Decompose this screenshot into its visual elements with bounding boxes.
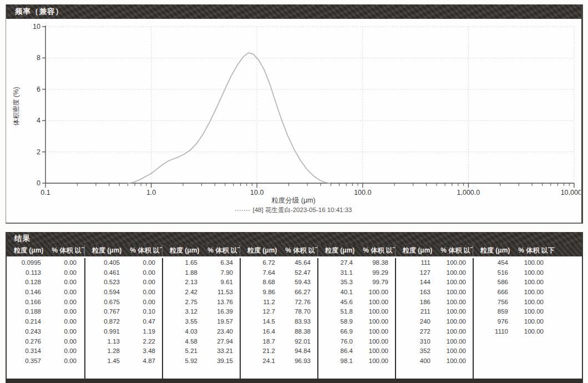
results-header-group: 粒度 (μm)% 体积 以下 — [395, 245, 473, 256]
size-cell: 127 — [396, 268, 432, 278]
results-panel-title: 结果 — [7, 232, 582, 245]
pct-cell: 100.00 — [432, 298, 470, 308]
frequency-curve — [128, 53, 330, 183]
size-cell: 0.523 — [85, 278, 121, 288]
y-axis-title: 体积密度 (%) — [12, 73, 21, 140]
table-row: 0.3570.00 — [7, 356, 84, 366]
pct-cell: 98.38 — [354, 258, 393, 268]
pct-cell: 0.00 — [42, 278, 81, 288]
table-row: 2.4211.53 — [163, 288, 240, 298]
pct-cell: 52.47 — [276, 268, 315, 278]
table-row: 86.4100.00 — [318, 346, 395, 356]
results-header-group: 粒度 (μm)% 体积 以下 — [240, 245, 317, 256]
table-row: 144100.00 — [396, 278, 473, 288]
table-row: 35.399.79 — [318, 278, 395, 288]
x-tick-label: 10.0 — [250, 189, 263, 195]
size-cell: 144 — [396, 278, 432, 288]
table-row: 2.139.61 — [163, 278, 240, 288]
table-row: 0.5940.00 — [85, 288, 162, 298]
pct-cell: 0.00 — [121, 298, 160, 308]
size-cell: 14.5 — [241, 317, 276, 327]
results-column-group: 6.7245.647.6452.478.6859.439.8666.2711.2… — [240, 258, 317, 379]
pct-cell: 0.00 — [42, 356, 81, 366]
x-tick-label: 0.1 — [40, 189, 50, 195]
size-cell: 0.243 — [7, 327, 42, 337]
pct-cell: 100.00 — [432, 288, 470, 298]
table-row: 11.272.76 — [241, 298, 317, 308]
table-row: 400100.00 — [396, 356, 473, 366]
y-tick-label: 10 — [33, 23, 40, 31]
size-cell: 586 — [474, 278, 509, 288]
table-row: 5.9239.15 — [163, 356, 240, 366]
size-cell: 859 — [474, 307, 509, 317]
size-col-header: 粒度 (μm) — [403, 246, 432, 255]
table-row: 1.454.87 — [85, 356, 162, 366]
table-row: 45.6100.00 — [318, 298, 395, 308]
table-row: 8.6859.43 — [241, 278, 317, 288]
pct-col-header: % 体积 以下 — [207, 246, 240, 255]
size-cell: 111 — [396, 258, 432, 268]
x-tick-label: 100.0 — [354, 189, 371, 195]
size-cell: 24.1 — [241, 356, 276, 366]
results-header-group: 粒度 (μm)% 体积 以下 — [317, 245, 395, 256]
table-row: 12.778.70 — [241, 307, 317, 317]
size-cell: 58.9 — [318, 317, 354, 327]
table-row: 586100.00 — [474, 278, 582, 288]
table-row: 211100.00 — [396, 307, 473, 317]
table-row: 4.5827.94 — [163, 337, 240, 347]
frequency-panel-title: 频率（兼容） — [6, 4, 581, 19]
table-row: 0.6750.00 — [85, 298, 162, 308]
table-row: 0.2140.00 — [7, 317, 84, 327]
pct-cell: 99.29 — [354, 268, 393, 278]
size-cell: 3.55 — [163, 317, 199, 327]
pct-cell: 0.00 — [42, 327, 81, 337]
size-cell: 66.9 — [318, 327, 354, 337]
size-cell: 11.2 — [241, 298, 276, 308]
size-cell: 7.64 — [241, 268, 276, 278]
pct-cell: 100.00 — [432, 346, 470, 356]
table-row: 14.583.93 — [241, 317, 317, 327]
size-cell: 163 — [396, 288, 432, 298]
size-cell: 0.872 — [85, 317, 121, 327]
size-cell: 240 — [396, 317, 432, 327]
size-cell: 756 — [474, 298, 509, 308]
table-row: 51.8100.00 — [318, 307, 395, 317]
size-cell: 0.188 — [7, 307, 42, 317]
pct-cell: 94.84 — [276, 346, 315, 356]
legend-label: [48] 花生蛋白-2023-05-16 10:41:33 — [253, 206, 352, 214]
size-cell: 16.4 — [241, 327, 276, 337]
table-row: 240100.00 — [396, 317, 473, 327]
table-row: 58.9100.00 — [318, 317, 395, 327]
table-row: 0.8720.47 — [85, 317, 162, 327]
size-cell: 0.594 — [85, 288, 121, 298]
table-row: 0.5230.00 — [85, 278, 162, 288]
table-row: 1.132.22 — [85, 337, 162, 347]
table-row: 0.1660.00 — [7, 298, 84, 308]
pct-cell: 100.00 — [354, 288, 393, 298]
size-cell: 1.28 — [85, 346, 121, 356]
table-row: 16.488.38 — [241, 327, 317, 337]
size-cell: 76.0 — [318, 337, 354, 347]
results-panel: 结果 粒度 (μm)% 体积 以下粒度 (μm)% 体积 以下粒度 (μm)% … — [6, 232, 583, 383]
size-col-header: 粒度 (μm) — [480, 246, 510, 255]
pct-col-header: % 体积 以下 — [130, 246, 162, 255]
pct-cell: 0.00 — [42, 307, 81, 317]
pct-col-header: % 体积 以下 — [518, 246, 554, 255]
table-row: 24.196.93 — [241, 356, 317, 366]
size-cell: 9.86 — [241, 288, 276, 298]
size-cell: 5.92 — [163, 356, 199, 366]
size-cell: 40.1 — [318, 288, 354, 298]
pct-cell: 100.00 — [509, 298, 548, 308]
x-tick-label: 10,000.0 — [561, 189, 581, 195]
size-cell: 27.4 — [318, 258, 354, 268]
size-cell: 0.357 — [7, 356, 42, 366]
pct-cell: 100.00 — [432, 317, 470, 327]
pct-col-header: % 体积 以下 — [52, 246, 84, 255]
results-column-group: 454100.00516100.00586100.00666100.007561… — [473, 258, 582, 379]
size-cell: 86.4 — [318, 346, 354, 356]
size-cell: 186 — [396, 298, 432, 308]
pct-cell: 2.22 — [121, 337, 160, 347]
table-row: 1.887.90 — [163, 268, 240, 278]
size-cell: 272 — [396, 327, 432, 337]
size-cell: 454 — [474, 258, 509, 268]
